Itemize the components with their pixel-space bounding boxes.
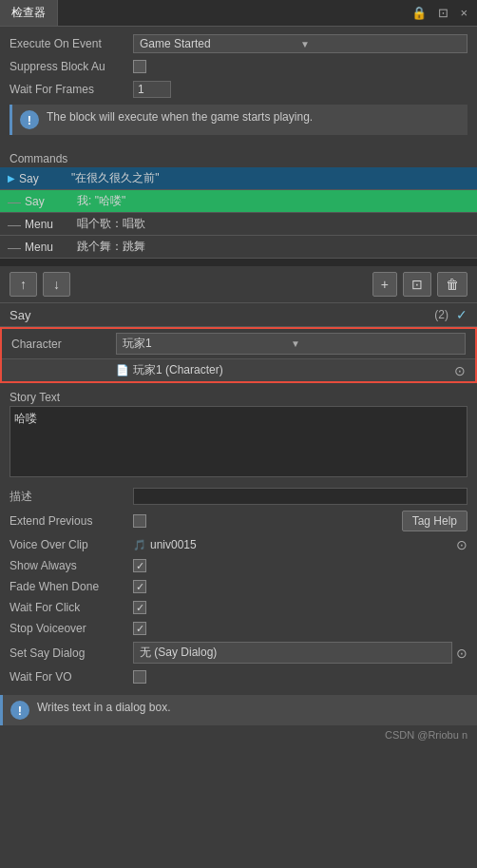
commands-label: Commands [0, 148, 477, 167]
character-dropdown[interactable]: 玩家1 ▼ [116, 333, 466, 355]
maximize-icon[interactable]: ⊡ [434, 4, 452, 22]
cmd-type-4: Menu [25, 241, 77, 254]
stop-voiceover-checkbox[interactable] [133, 622, 146, 635]
show-always-row: Show Always [0, 555, 477, 576]
story-text-section: Story Text 哈喽 [0, 387, 477, 477]
character-sub-value: 玩家1 (Character) [133, 362, 454, 378]
stop-voiceover-row: Stop Voiceover [0, 618, 477, 639]
voice-over-label: Voice Over Clip [10, 538, 133, 551]
story-text-content[interactable]: 哈喽 [10, 406, 467, 477]
play-icon: ▶ [8, 173, 15, 183]
show-always-checkbox[interactable] [133, 559, 146, 572]
execute-on-event-value: Game Started [140, 37, 300, 50]
set-say-dialog-row: Set Say Dialog 无 (Say Dialog) ⊙ [0, 639, 477, 666]
cmd-text-3: 唱个歌：唱歌 [77, 216, 469, 232]
watermark: CSDN @Rriobu n [0, 725, 477, 744]
add-button[interactable]: + [372, 272, 397, 297]
description-input[interactable] [133, 488, 467, 505]
command-row-3[interactable]: — Menu 唱个歌：唱歌 [0, 213, 477, 236]
lock-icon[interactable]: 🔒 [408, 4, 430, 22]
say-label: Say [10, 308, 434, 322]
wait-for-vo-row: Wait For VO [0, 666, 477, 687]
extend-previous-row: Extend Previous Tag Help [0, 508, 477, 534]
description-label: 描述 [10, 489, 133, 505]
suppress-block-checkbox[interactable] [133, 60, 146, 73]
character-dropdown-arrow: ▼ [291, 338, 459, 349]
cmd-dash-2: — [8, 194, 21, 209]
say-number: (2) [434, 308, 448, 321]
wait-for-frames-input[interactable] [133, 81, 171, 98]
cmd-type-1: Say [19, 172, 71, 185]
execute-info-text: The block will execute when the game sta… [47, 110, 313, 124]
cmd-type-3: Menu [25, 218, 77, 231]
bottom-info-box: ! Writes text in a dialog box. [0, 695, 477, 725]
tab-icons: 🔒 ⊡ × [408, 4, 477, 22]
voice-over-value: univ0015 [150, 538, 197, 551]
voice-over-clip-row: Voice Over Clip 🎵 univ0015 ⊙ [0, 534, 477, 555]
inspector-tab-label: 检查器 [11, 5, 46, 21]
fade-when-done-label: Fade When Done [10, 580, 133, 593]
bottom-info-text: Writes text in a dialog box. [37, 701, 171, 714]
bottom-info-icon: ! [10, 701, 29, 720]
character-row: Character 玩家1 ▼ [2, 329, 475, 358]
info-icon: ! [20, 110, 39, 129]
inspector-tab[interactable]: 检查器 [0, 0, 58, 26]
cmd-text-1: "在很久很久之前" [71, 170, 469, 186]
stop-voiceover-label: Stop Voiceover [10, 622, 133, 635]
delete-button[interactable]: 🗑 [437, 272, 467, 297]
cmd-text-2: 我: "哈喽" [77, 193, 469, 209]
character-label: Character [11, 338, 116, 351]
fade-when-done-row: Fade When Done [0, 576, 477, 597]
execute-on-event-dropdown[interactable]: Game Started ▼ [133, 34, 467, 53]
show-always-label: Show Always [10, 559, 133, 572]
char-file-icon: 📄 [116, 364, 129, 376]
say-header: Say (2) ✓ [0, 303, 477, 327]
story-text-label: Story Text [0, 387, 477, 406]
commands-section: Commands ▶ Say "在很久很久之前" — Say 我: "哈喽" —… [0, 148, 477, 259]
set-say-dialog-dropdown[interactable]: 无 (Say Dialog) [133, 642, 452, 664]
character-circle-button[interactable]: ⊙ [454, 363, 466, 378]
wait-for-frames-row: Wait For Frames [10, 80, 467, 99]
suppress-block-label: Suppress Block Au [10, 60, 133, 73]
close-icon[interactable]: × [456, 4, 471, 22]
music-icon: 🎵 [133, 539, 146, 551]
voice-circle-button[interactable]: ⊙ [456, 537, 467, 552]
wait-for-click-label: Wait For Click [10, 601, 133, 614]
tab-bar: 检查器 🔒 ⊡ × [0, 0, 477, 27]
wait-for-click-checkbox[interactable] [133, 601, 146, 614]
copy-button[interactable]: ⊡ [403, 272, 431, 297]
extend-previous-label: Extend Previous [10, 514, 133, 528]
cmd-text-4: 跳个舞：跳舞 [77, 239, 469, 255]
extend-previous-checkbox[interactable] [133, 514, 146, 528]
cmd-type-2: Say [25, 195, 77, 208]
character-value: 玩家1 [123, 336, 291, 352]
tag-help-button[interactable]: Tag Help [402, 511, 467, 531]
wait-for-frames-label: Wait For Frames [10, 83, 133, 96]
fade-when-done-checkbox[interactable] [133, 580, 146, 593]
cmd-dash-4: — [8, 240, 21, 255]
divider-1 [0, 259, 477, 266]
top-section: Execute On Event Game Started ▼ Suppress… [0, 27, 477, 148]
set-say-dialog-value: 无 (Say Dialog) [140, 645, 293, 661]
command-row-1[interactable]: ▶ Say "在很久很久之前" [0, 167, 477, 190]
move-up-button[interactable]: ↑ [10, 272, 37, 297]
dropdown-arrow-icon: ▼ [300, 39, 461, 49]
character-sub-row: 📄 玩家1 (Character) ⊙ [2, 358, 475, 381]
set-say-dialog-label: Set Say Dialog [10, 646, 133, 660]
description-row: 描述 [0, 485, 477, 508]
execute-info-box: ! The block will execute when the game s… [10, 105, 467, 135]
suppress-block-row: Suppress Block Au [10, 57, 467, 76]
cmd-dash-3: — [8, 217, 21, 232]
say-dialog-circle-button[interactable]: ⊙ [456, 646, 467, 661]
toolbar: ↑ ↓ + ⊡ 🗑 [0, 266, 477, 303]
command-row-2[interactable]: — Say 我: "哈喽" [0, 190, 477, 213]
wait-for-click-row: Wait For Click [0, 597, 477, 618]
wait-for-vo-checkbox[interactable] [133, 670, 146, 684]
execute-on-event-row: Execute On Event Game Started ▼ [10, 34, 467, 53]
execute-on-event-label: Execute On Event [10, 37, 133, 50]
command-row-4[interactable]: — Menu 跳个舞：跳舞 [0, 236, 477, 259]
move-down-button[interactable]: ↓ [43, 272, 70, 297]
wait-for-vo-label: Wait For VO [10, 670, 133, 684]
say-check-icon: ✓ [456, 307, 467, 322]
character-section: Character 玩家1 ▼ 📄 玩家1 (Character) ⊙ [0, 327, 477, 383]
